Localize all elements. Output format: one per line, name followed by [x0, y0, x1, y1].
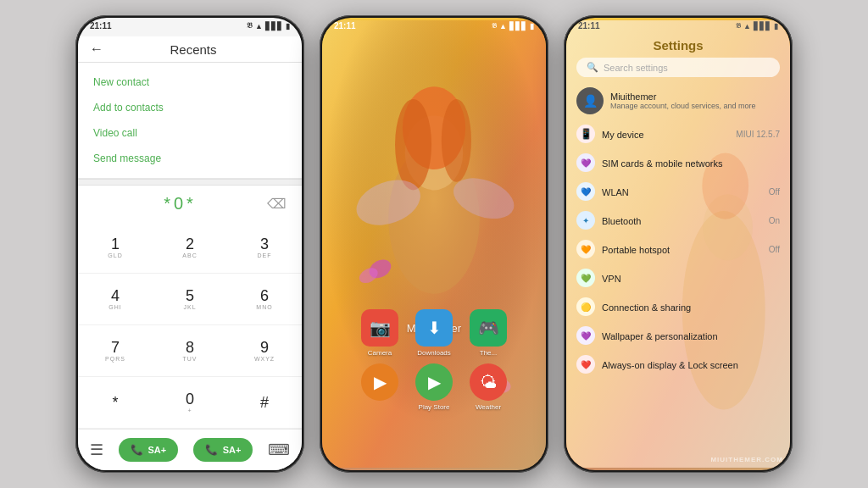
wlan-label: WLAN [602, 187, 629, 197]
dialpad-display: *0* ⌫ [78, 186, 302, 222]
wallpaper-text: Wallpaper & personalization [602, 328, 780, 343]
dial-key-8[interactable]: 8 TUV [153, 325, 227, 377]
call-btn-1[interactable]: 📞 SA+ [119, 438, 179, 462]
vpn-label: VPN [602, 274, 621, 284]
settings-title: Settings [566, 35, 790, 58]
profile-sub: Manage account, cloud services, and more [610, 102, 780, 110]
dial-key-2[interactable]: 2 ABC [153, 222, 227, 274]
camera-icon: 📷 [361, 309, 398, 347]
status-bar-3: 21:11 𝔅 ▲ ▋▋▋ ▮ [566, 18, 790, 32]
wifi-icon-2: ▲ [499, 22, 507, 30]
hotspot-text: Portable hotspot [602, 241, 762, 257]
settings-connection[interactable]: 🟡 Connection & sharing [566, 292, 790, 321]
settings-wallpaper[interactable]: 💜 Wallpaper & personalization [566, 321, 790, 350]
wifi-icon-3: ▲ [743, 22, 751, 30]
back-button[interactable]: ← [90, 42, 103, 57]
vpn-icon-circle: 💚 [576, 269, 595, 287]
status-icons-1: 𝔅 ▲ ▋▋▋ ▮ [247, 21, 290, 30]
settings-search-bar[interactable]: 🔍 Search settings [576, 58, 780, 77]
sim-label: SIM cards & mobile networks [602, 158, 722, 169]
menu-icon[interactable]: ☰ [90, 441, 103, 459]
call-btn-2[interactable]: 📞 SA+ [193, 438, 253, 462]
game-icon: 🎮 [470, 309, 507, 347]
new-contact-btn[interactable]: New contact [78, 69, 302, 95]
signal-icon-3: ▋▋▋ [754, 22, 771, 30]
dial-key-0[interactable]: 0 + [153, 377, 227, 429]
bluetooth-value: On [769, 216, 780, 225]
bluetooth-icon-2: 𝔅 [492, 22, 497, 30]
status-bar-1: 21:11 𝔅 ▲ ▋▋▋ ▮ [78, 18, 302, 32]
battery-icon-3: ▮ [774, 22, 778, 30]
dial-key-9[interactable]: 9 WXYZ [227, 325, 302, 377]
time-3: 21:11 [578, 21, 600, 30]
connection-text: Connection & sharing [602, 299, 780, 314]
connection-icon-circle: 🟡 [576, 297, 595, 316]
status-icons-2: 𝔅 ▲ ▋▋▋ ▮ [492, 22, 534, 30]
contact-actions: New contact Add to contacts Video call S… [78, 63, 302, 179]
wifi-icon: ▲ [255, 22, 263, 30]
app-music[interactable]: ▶ [356, 363, 403, 411]
aod-icon-circle: ❤️ [576, 355, 595, 374]
svg-point-5 [395, 99, 431, 191]
aod-icon: ❤️ [581, 360, 591, 369]
profile-avatar: 👤 [576, 87, 604, 114]
app-camera[interactable]: 📷 Camera [356, 309, 403, 357]
send-message-btn[interactable]: Send message [78, 146, 302, 171]
playstore-icon: ▶ [415, 363, 453, 401]
call-btn-2-label: SA+ [223, 445, 242, 455]
call-btn-1-label: SA+ [148, 445, 167, 455]
dial-key-5[interactable]: 5 JKL [153, 274, 227, 325]
settings-vpn[interactable]: 💚 VPN [566, 263, 790, 292]
app-weather[interactable]: 🌤 Weather [465, 363, 512, 411]
sim-icon: 💜 [581, 158, 591, 168]
app-game[interactable]: 🎮 The... [465, 309, 512, 357]
settings-sim[interactable]: 💜 SIM cards & mobile networks [566, 148, 790, 177]
add-to-contacts-btn[interactable]: Add to contacts [78, 95, 302, 120]
settings-bluetooth[interactable]: ✦ Bluetooth On [566, 206, 790, 235]
profile-row[interactable]: 👤 Miuithemer Manage account, cloud servi… [566, 82, 790, 119]
app-playstore[interactable]: ▶ Play Store [410, 363, 458, 411]
bluetooth-icon: 𝔅 [247, 21, 253, 30]
settings-content: 21:11 𝔅 ▲ ▋▋▋ ▮ Settings 🔍 Search settin… [566, 18, 790, 470]
settings-aod[interactable]: ❤️ Always-on display & Lock screen [566, 350, 790, 379]
settings-mydevice[interactable]: 📱 My device MIUI 12.5.7 [566, 119, 790, 148]
vpn-icon: 💚 [581, 274, 591, 283]
bluetooth-icon-3: 𝔅 [736, 22, 741, 30]
wallpaper-setting-icon: 💜 [581, 331, 591, 341]
dial-key-7[interactable]: 7 PQRS [78, 325, 153, 377]
video-call-btn[interactable]: Video call [78, 120, 302, 146]
dial-key-star[interactable]: * [78, 377, 153, 429]
divider [78, 179, 302, 186]
keyboard-icon[interactable]: ⌨ [268, 441, 290, 459]
weather-icon: 🌤 [470, 363, 507, 401]
phone-icon-2: 📞 [205, 444, 218, 456]
phone-2: 21:11 𝔅 ▲ ▋▋▋ ▮ Miuithemer 📷 Camera ⬇ Do… [320, 15, 548, 473]
settings-wlan[interactable]: 💙 WLAN Off [566, 177, 790, 206]
signal-icon: ▋▋▋ [265, 22, 283, 30]
wallpaper-icon-circle: 💜 [576, 326, 595, 345]
signal-icon-2: ▋▋▋ [509, 22, 527, 30]
dial-key-4[interactable]: 4 GHI [78, 274, 153, 325]
delete-btn[interactable]: ⌫ [267, 196, 287, 212]
profile-name: Miuithemer [610, 92, 780, 102]
time-1: 21:11 [90, 21, 112, 30]
battery-icon: ▮ [286, 22, 290, 30]
settings-hotspot[interactable]: 🧡 Portable hotspot Off [566, 235, 790, 263]
dial-key-hash[interactable]: # [227, 377, 302, 429]
mydevice-label: My device [602, 130, 644, 140]
connection-label: Connection & sharing [602, 302, 691, 313]
dialpad-number: *0* [93, 194, 267, 214]
playstore-label: Play Store [419, 403, 450, 411]
bluetooth-setting-icon: ✦ [582, 216, 589, 225]
dial-key-3[interactable]: 3 DEF [227, 222, 302, 274]
phone-3: 21:11 𝔅 ▲ ▋▋▋ ▮ Settings 🔍 Search settin… [564, 15, 793, 473]
hotspot-label: Portable hotspot [602, 245, 670, 255]
music-icon: ▶ [361, 363, 398, 401]
profile-text: Miuithemer Manage account, cloud service… [610, 92, 780, 110]
dial-key-1[interactable]: 1 GLD [78, 222, 153, 274]
app-downloads[interactable]: ⬇ Downloads [410, 309, 458, 357]
time-2: 21:11 [334, 21, 356, 30]
dialpad-grid: 1 GLD 2 ABC 3 DEF 4 GHI 5 JKL [78, 222, 302, 429]
dial-key-6[interactable]: 6 MNO [227, 274, 302, 325]
mydevice-icon-circle: 📱 [576, 125, 595, 143]
